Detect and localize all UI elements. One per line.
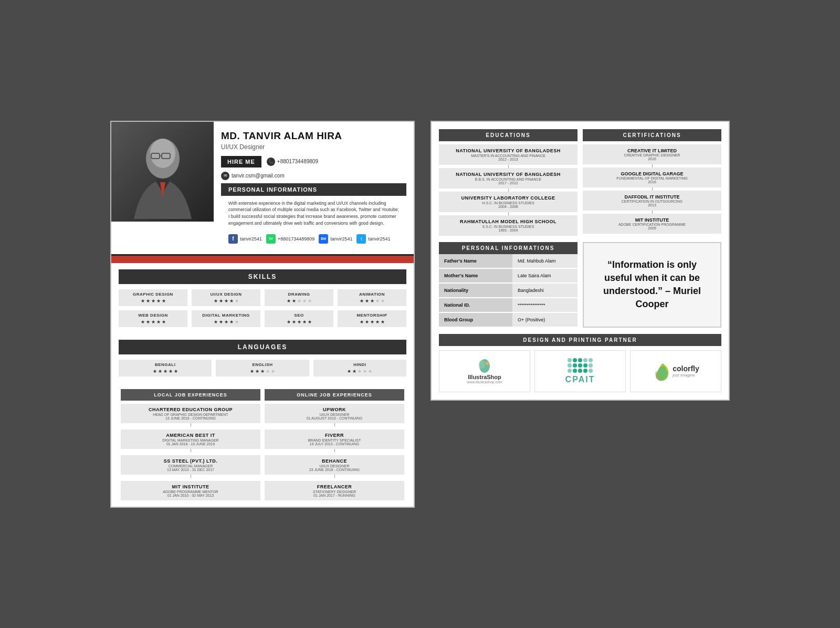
lang-grid: BENGALI★★★★★ENGLISH★★★★★HINDI★★★★★ [111, 360, 414, 383]
star: ★ [146, 298, 150, 303]
pages-container: MD. TANVIR ALAM HIRA UI/UX Designer HIRE… [110, 121, 730, 508]
personal-info-header: PERSONAL INFORMATIONS [221, 183, 406, 196]
skill-stars: ★★★★★ [122, 319, 184, 325]
edu-item: UNIVERSITY LABORATORY COLLEGE H.S.C. IN … [439, 192, 578, 212]
cert-col: CERTIFICATIONS CREATIVE IT LIMITED CREAT… [583, 129, 721, 236]
star: ★ [235, 319, 239, 325]
cert-item: MIT INSTITUTE ADOBE CERTIFICATION PROGRA… [583, 214, 721, 234]
star: ★ [302, 298, 307, 303]
svg-point-6 [479, 360, 485, 369]
cert-name: GOOGLE DIGITAL GARAGE [587, 171, 717, 176]
job-date: 01 JAN 2017 - RUNNING [269, 494, 400, 497]
star: ★ [381, 298, 385, 303]
star: ★ [292, 298, 296, 303]
skill-name: SEO [268, 313, 330, 318]
person-silhouette [129, 124, 197, 219]
star: ★ [156, 319, 161, 325]
job-company: AMERICAN BEST IT [125, 433, 256, 438]
partners-section: DESIGN AND PRINTING PARTNER IllustraShop… [439, 334, 721, 392]
social-facebook[interactable]: f tanvir2541 [228, 234, 262, 244]
pi-value: O+ (Positive) [512, 313, 578, 327]
star: ★ [250, 369, 254, 374]
cert-item: DAFFODIL IT INSTITUTE CERTIFICATION IN O… [583, 191, 721, 211]
edu-university: NATIONAL UNIVERSITY OF BANGLADESH [443, 148, 573, 153]
star: ★ [260, 369, 265, 374]
languages-section: LANGUAGES BENGALI★★★★★ENGLISH★★★★★HINDI★… [111, 340, 414, 383]
job-role: BRAND IDENTITY SPECIALIST [269, 438, 400, 442]
star: ★ [214, 319, 218, 325]
skills-section: SKILLS GRAPHIC DESIGN★★★★★UI/UX DESIGN★★… [111, 269, 414, 333]
partner-colorfly: colorfly just imagine [630, 350, 721, 392]
skill-item: DRAWING★★★★★ [265, 289, 333, 306]
edu-item: RAHMATULLAH MODEL HIGH SCHOOL S.S.C. IN … [439, 215, 578, 236]
online-job-header: ONLINE JOB EXPERIENCES [265, 389, 404, 401]
cert-name: CREATIVE IT LIMITED [587, 148, 717, 153]
star: ★ [308, 298, 312, 303]
star: ★ [141, 319, 145, 325]
cert-sub: CERTIFICATION IN OUTSOURCING [587, 200, 717, 203]
star: ★ [146, 319, 150, 325]
job-date: 19 JULY 2013 - CONTINUING [269, 442, 400, 446]
social-twitter[interactable]: t tanvir2541 [356, 234, 390, 244]
job-connector [334, 449, 335, 452]
job-columns: LOCAL JOB EXPERIENCES CHARTERED EDUCATIO… [111, 389, 414, 507]
skill-name: ANIMATION [341, 292, 403, 297]
pi-label: National ID. [439, 298, 512, 312]
star: ★ [229, 298, 234, 303]
job-company: MIT INSTITUTE [125, 484, 256, 489]
star: ★ [151, 298, 155, 303]
job-connector [334, 423, 335, 426]
pi-quote-section: PERSONAL INFORMATIONS Father's Name Md. … [439, 242, 721, 328]
social-behance[interactable]: Bē tanvir2541 [319, 234, 352, 244]
behance-icon: Bē [319, 234, 328, 244]
cert-item: CREATIVE IT LIMITED CREATIVE GRAPHIC DES… [583, 144, 721, 164]
job-role: HEAD OF GRAPHIC DESIGN DEPARTMENT [125, 413, 256, 416]
whatsapp-icon: W [266, 234, 276, 244]
star: ★ [153, 369, 157, 374]
star: ★ [151, 319, 155, 325]
bio-text: With extensive experience in the digital… [221, 196, 406, 231]
star: ★ [370, 298, 374, 303]
skill-stars: ★★★★★ [341, 298, 403, 303]
right-page: EDUCATIONS NATIONAL UNIVERSITY OF BANGLA… [430, 121, 730, 401]
job-role: COMMERCIAL MANAGER [125, 464, 256, 468]
job-role: DIGITAL MARKETING MANAGER [125, 438, 256, 442]
skill-item: DIGITAL MARKETING★★★★★ [192, 310, 260, 327]
skills-header: SKILLS [119, 269, 406, 284]
star: ★ [162, 298, 166, 303]
photo-box [111, 122, 214, 222]
edu-university: UNIVERSITY LABORATORY COLLEGE [443, 195, 573, 201]
job-role: UI/UX DESIGNER [269, 413, 400, 416]
skill-name: MENTORSHIP [341, 313, 403, 318]
skill-item: MENTORSHIP★★★★★ [338, 310, 406, 327]
online-job-item: BEHANCE UI/UX DESIGNER 23 JUNE 2018 - CO… [265, 455, 404, 475]
phone-contact: 📞 +8801734489809 [267, 158, 318, 166]
cert-name: DAFFODIL IT INSTITUTE [587, 194, 717, 200]
star: ★ [229, 319, 234, 325]
job-company: UPWORK [269, 407, 400, 412]
left-page: MD. TANVIR ALAM HIRA UI/UX Designer HIRE… [110, 121, 415, 508]
language-item: BENGALI★★★★★ [119, 360, 212, 376]
star: ★ [169, 369, 173, 374]
job-company: FREELANCER [269, 484, 400, 489]
hire-button[interactable]: HIRE ME [221, 156, 261, 168]
job-date: 01 JAN 2018 - 10 JUNE 2019 [125, 442, 256, 446]
pi-value: Late Saira Alam [512, 269, 578, 282]
lang-name: ENGLISH [219, 362, 306, 367]
job-date: 23 JUNE 2018 - CONTINUING [269, 468, 400, 472]
illustrashop-icon [477, 358, 492, 374]
social-whatsapp[interactable]: W +8801734489809 [266, 234, 314, 244]
cert-item: GOOGLE DIGITAL GARAGE FUNDAMENTAL OF DIG… [583, 168, 721, 187]
cert-year: 2013 [587, 203, 717, 207]
local-job-item: CHARTERED EDUCATION GROUP HEAD OF GRAPHI… [121, 404, 260, 423]
quote-block: “Information is only useful when it can … [583, 242, 721, 328]
job-date: 13 MAY 2013 - 31 DEC 2017 [125, 468, 256, 472]
star: ★ [158, 369, 162, 374]
local-job-item: AMERICAN BEST IT DIGITAL MARKETING MANAG… [121, 430, 260, 449]
skills-grid: GRAPHIC DESIGN★★★★★UI/UX DESIGN★★★★★DRAW… [111, 289, 414, 333]
pi-label: Mother's Name [439, 269, 512, 282]
edu-cert-section: EDUCATIONS NATIONAL UNIVERSITY OF BANGLA… [439, 129, 721, 236]
edu-item: NATIONAL UNIVERSITY OF BANGLADESH MASTER… [439, 144, 578, 165]
star: ★ [163, 369, 167, 374]
colorfly-logo: colorfly just imagine [652, 361, 699, 382]
